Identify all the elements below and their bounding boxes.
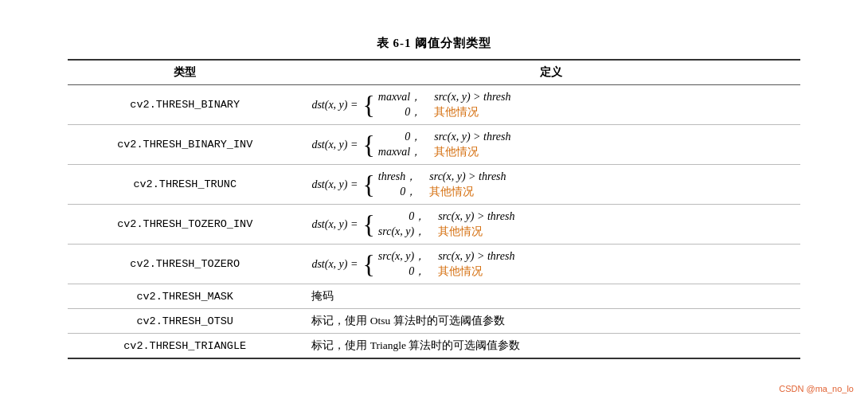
case-condition: src(x, y) > thresh	[434, 91, 510, 104]
cell-definition: 掩码	[302, 284, 800, 309]
case-condition: src(x, y) > thresh	[434, 131, 510, 143]
main-table: 类型 定义 cv2.THRESH_BINARYdst(x, y) = {maxv…	[68, 59, 800, 359]
table-row: cv2.THRESH_TRUNCdst(x, y) = {thresh，src(…	[68, 165, 800, 205]
case-condition: src(x, y) > thresh	[438, 210, 514, 223]
cell-definition: dst(x, y) = {maxval，src(x, y) > thresh0，…	[302, 85, 800, 125]
page-wrapper: 表 6-1 阈值分割类型 类型 定义 cv2.THRESH_BINARYdst(…	[0, 0, 868, 403]
page-container: 表 6-1 阈值分割类型 类型 定义 cv2.THRESH_BINARYdst(…	[36, 20, 832, 383]
simple-definition: 掩码	[311, 290, 334, 302]
math-lhs: dst(x, y) =	[311, 258, 358, 271]
case-condition: 其他情况	[438, 264, 514, 279]
case-value: src(x, y)，	[378, 249, 425, 264]
cell-type: cv2.THRESH_TOZERO_INV	[68, 205, 302, 245]
brace-icon: {	[362, 212, 374, 237]
case-condition: 其他情况	[438, 225, 514, 239]
case-value: 0，	[378, 130, 421, 144]
table-row: cv2.THRESH_BINARY_INVdst(x, y) = {0，src(…	[68, 125, 800, 165]
cell-type: cv2.THRESH_TOZERO	[68, 245, 302, 284]
cell-type: cv2.THRESH_BINARY_INV	[68, 125, 302, 165]
math-lhs: dst(x, y) =	[311, 99, 358, 112]
cell-type: cv2.THRESH_TRIANGLE	[68, 334, 302, 359]
cell-type: cv2.THRESH_BINARY	[68, 85, 302, 125]
table-row: cv2.THRESH_OTSU标记，使用 Otsu 算法时的可选阈值参数	[68, 309, 800, 334]
table-row: cv2.THRESH_TOZERO_INVdst(x, y) = {0，src(…	[68, 205, 800, 245]
case-value: 0，	[378, 209, 425, 224]
cell-type: cv2.THRESH_TRUNC	[68, 165, 302, 205]
case-value: 0，	[378, 185, 416, 199]
cell-definition: 标记，使用 Otsu 算法时的可选阈值参数	[302, 309, 800, 334]
header-definition: 定义	[302, 60, 800, 85]
table-row: cv2.THRESH_BINARYdst(x, y) = {maxval，src…	[68, 85, 800, 125]
cell-type: cv2.THRESH_OTSU	[68, 309, 302, 334]
table-row: cv2.THRESH_TOZEROdst(x, y) = {src(x, y)，…	[68, 245, 800, 284]
case-condition: 其他情况	[429, 185, 506, 199]
case-condition: src(x, y) > thresh	[429, 170, 506, 183]
cell-definition: dst(x, y) = {0，src(x, y) > threshmaxval，…	[302, 125, 800, 165]
math-lhs: dst(x, y) =	[311, 218, 358, 231]
table-row: cv2.THRESH_TRIANGLE标记，使用 Triangle 算法时的可选…	[68, 334, 800, 359]
table-row: cv2.THRESH_MASK掩码	[68, 284, 800, 309]
simple-definition: 标记，使用 Otsu 算法时的可选阈值参数	[311, 315, 504, 327]
case-value: thresh，	[378, 170, 416, 184]
case-value: 0，	[378, 264, 425, 279]
simple-definition: 标记，使用 Triangle 算法时的可选阈值参数	[311, 339, 520, 351]
brace-icon: {	[362, 252, 374, 277]
case-value: maxval，	[378, 90, 421, 104]
case-condition: 其他情况	[434, 105, 510, 119]
case-condition: 其他情况	[434, 145, 510, 159]
case-value: src(x, y)，	[378, 225, 425, 239]
cell-definition: dst(x, y) = {src(x, y)，src(x, y) > thres…	[302, 245, 800, 284]
cell-definition: 标记，使用 Triangle 算法时的可选阈值参数	[302, 334, 800, 359]
cell-type: cv2.THRESH_MASK	[68, 284, 302, 309]
case-value: maxval，	[378, 145, 421, 159]
math-lhs: dst(x, y) =	[311, 139, 358, 151]
brace-icon: {	[362, 92, 374, 118]
brace-icon: {	[362, 132, 374, 158]
case-condition: src(x, y) > thresh	[438, 250, 514, 263]
cell-definition: dst(x, y) = {0，src(x, y) > threshsrc(x, …	[302, 205, 800, 245]
table-title: 表 6-1 阈值分割类型	[68, 36, 800, 51]
case-value: 0，	[378, 105, 421, 119]
watermark: CSDN @ma_no_lo	[779, 384, 854, 393]
header-type: 类型	[68, 60, 302, 85]
cell-definition: dst(x, y) = {thresh，src(x, y) > thresh0，…	[302, 165, 800, 205]
math-lhs: dst(x, y) =	[311, 178, 358, 191]
brace-icon: {	[362, 172, 374, 198]
